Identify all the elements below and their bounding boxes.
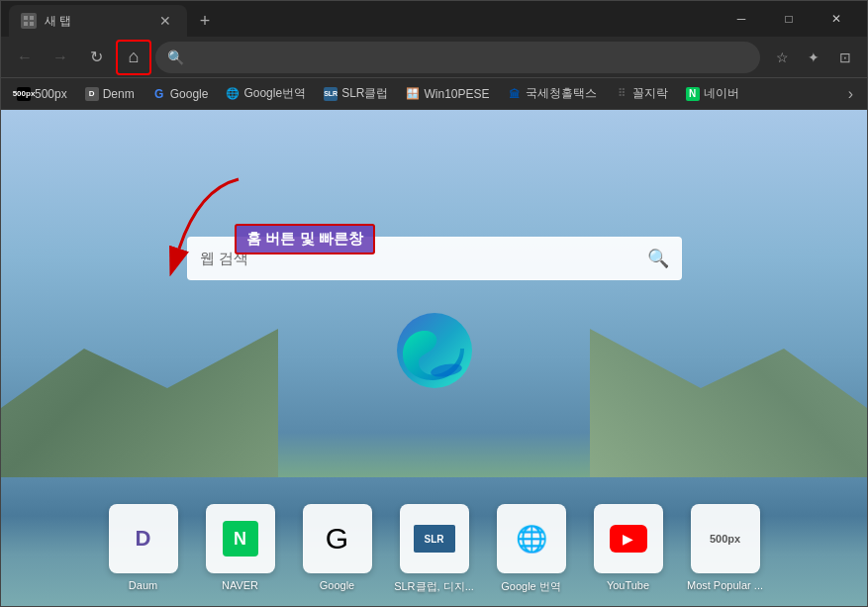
qa-tile-slr[interactable]: SLR SLR클럽, 디지... [390, 504, 479, 594]
qa-icon-daum: D [109, 504, 178, 573]
bookmark-label-google-translate: Google번역 [243, 85, 306, 102]
quick-access-section: D Daum N NAVER G Google SLR SL [1, 492, 867, 606]
edge-logo [395, 311, 474, 390]
home-icon: ⌂ [129, 47, 140, 67]
navigation-bar: ← → ↻ ⌂ 🔍 ☆ ✦ ⊡ [1, 37, 867, 78]
window-controls: ─ □ ✕ [719, 1, 859, 37]
qa-icon-naver: N [206, 504, 275, 573]
bookmark-gojirak[interactable]: ⠿ 꼴지락 [607, 83, 676, 104]
bookmark-500px[interactable]: 500px 500px [9, 85, 75, 103]
qa-label-google: Google [320, 579, 354, 591]
collections-button[interactable]: ✦ [800, 44, 827, 71]
maximize-button[interactable]: □ [766, 1, 812, 37]
bookmark-favicon-naver: N [686, 87, 700, 101]
back-button[interactable]: ← [9, 42, 41, 73]
bookmark-label-slr: SLR클럽 [341, 85, 388, 102]
title-bar: 새 탭 ✕ + ─ □ ✕ [1, 1, 867, 37]
bookmark-favicon-win10pese: 🪟 [406, 87, 420, 101]
tab-favicon [21, 13, 37, 29]
qa-tile-naver[interactable]: N NAVER [196, 504, 285, 594]
favorites-icon: ☆ [776, 50, 789, 65]
favorites-button[interactable]: ☆ [768, 44, 796, 71]
qa-icon-popular: 500px [691, 504, 760, 573]
bookmark-label-denm: Denm [103, 87, 135, 101]
address-search-icon: 🔍 [167, 50, 184, 65]
bookmark-favicon-google-translate: 🌐 [226, 87, 240, 101]
qa-tile-google[interactable]: G Google [293, 504, 382, 594]
qa-icon-youtube: ▶ [594, 504, 663, 573]
collections-icon: ✦ [808, 50, 820, 65]
bookmark-favicon-gseotax: 🏛 [508, 87, 522, 101]
qa-tile-gtranslate[interactable]: 🌐 Google 번역 [487, 504, 576, 594]
bookmark-label-gojirak: 꼴지락 [632, 85, 668, 102]
bookmark-slr[interactable]: SLR SLR클럽 [316, 83, 396, 104]
bookmark-win10pese[interactable]: 🪟 Win10PESE [398, 85, 497, 103]
qa-label-gtranslate: Google 번역 [501, 579, 561, 594]
bookmark-label-naver: 네이버 [704, 85, 739, 102]
refresh-icon: ↻ [90, 48, 103, 66]
bookmark-gseotax[interactable]: 🏛 국세청홀택스 [500, 83, 605, 104]
qa-icon-google: G [303, 504, 372, 573]
qa-icon-slr: SLR [400, 504, 469, 573]
profile-button[interactable]: ⊡ [831, 44, 859, 71]
bookmark-favicon-google: G [152, 87, 166, 101]
browser-window: 새 탭 ✕ + ─ □ ✕ ← → ↻ ⌂ 🔍 [0, 0, 868, 607]
svg-rect-4 [30, 22, 34, 26]
qa-label-daum: Daum [129, 579, 157, 591]
address-input[interactable] [192, 50, 748, 64]
qa-label-slr: SLR클럽, 디지... [394, 579, 474, 594]
bookmarks-more-button[interactable]: › [842, 83, 859, 105]
bookmark-denm[interactable]: D Denm [77, 85, 143, 103]
tab-close-button[interactable]: ✕ [155, 11, 175, 31]
qa-label-popular: Most Popular ... [687, 579, 763, 591]
svg-rect-3 [24, 22, 28, 26]
qa-label-youtube: YouTube [607, 579, 649, 591]
bookmarks-bar: 500px 500px D Denm G Google 🌐 Google번역 S… [1, 78, 867, 110]
bookmark-label-google: Google [170, 87, 209, 101]
svg-rect-1 [24, 16, 28, 20]
bookmark-favicon-500px: 500px [17, 87, 31, 101]
qa-tile-popular[interactable]: 500px Most Popular ... [681, 504, 770, 594]
address-bar[interactable]: 🔍 [155, 42, 760, 73]
new-tab-button[interactable]: + [191, 7, 219, 35]
main-content: 웹 검색 🔍 홈 버튼 및 빠른창 D Da [1, 110, 867, 606]
bookmark-google-translate[interactable]: 🌐 Google번역 [218, 83, 314, 104]
qa-tile-daum[interactable]: D Daum [99, 504, 188, 594]
svg-rect-2 [30, 16, 34, 20]
profile-icon: ⊡ [839, 50, 851, 65]
bookmark-naver[interactable]: N 네이버 [678, 83, 747, 104]
forward-button[interactable]: → [45, 42, 76, 73]
tab-title: 새 탭 [45, 13, 147, 30]
search-submit-icon[interactable]: 🔍 [647, 248, 669, 269]
home-button[interactable]: ⌂ [118, 42, 149, 73]
bookmark-label-win10pese: Win10PESE [424, 87, 489, 101]
forward-icon: → [52, 49, 68, 66]
back-icon: ← [17, 49, 33, 66]
qa-icon-gtranslate: 🌐 [497, 504, 566, 573]
minimize-button[interactable]: ─ [719, 1, 764, 37]
bookmark-favicon-slr: SLR [324, 87, 338, 101]
close-window-button[interactable]: ✕ [814, 1, 859, 37]
annotation-arrow [159, 169, 258, 292]
address-right-icons: ☆ ✦ ⊡ [768, 44, 859, 71]
home-button-wrapper: ⌂ [116, 40, 151, 75]
bookmark-label-500px: 500px [35, 87, 67, 101]
qa-tile-youtube[interactable]: ▶ YouTube [584, 504, 673, 594]
qa-label-naver: NAVER [222, 579, 258, 591]
refresh-button[interactable]: ↻ [80, 42, 112, 73]
bookmark-favicon-denm: D [85, 87, 99, 101]
active-tab[interactable]: 새 탭 ✕ [9, 5, 187, 37]
bookmark-favicon-gojirak: ⠿ [615, 87, 628, 101]
bookmark-google[interactable]: G Google [145, 85, 217, 103]
bookmark-label-gseotax: 국세청홀택스 [526, 85, 597, 102]
